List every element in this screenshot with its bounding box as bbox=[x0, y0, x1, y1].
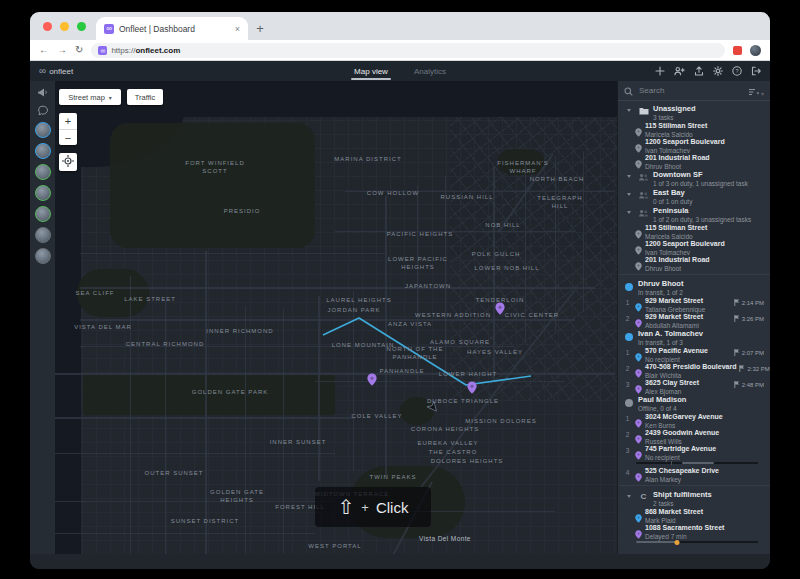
map-canvas[interactable]: FORT WINFIELD SCOTTPRESIDIOMARINA DISTRI… bbox=[55, 81, 617, 554]
section-header[interactable]: CShipt fulfilments2 tasks bbox=[618, 489, 770, 507]
tab-close-icon[interactable]: × bbox=[235, 24, 240, 34]
back-icon[interactable]: ← bbox=[39, 45, 49, 55]
settings-icon[interactable] bbox=[713, 66, 723, 76]
export-icon[interactable] bbox=[694, 66, 704, 76]
close-window-button[interactable] bbox=[43, 22, 52, 31]
traffic-toggle-button[interactable]: Traffic bbox=[127, 89, 163, 105]
add-icon[interactable] bbox=[655, 66, 665, 76]
map-label: POLK GULCH bbox=[472, 250, 521, 258]
task-row[interactable]: 4525 Chesapeake DriveAlan Markey bbox=[618, 466, 770, 482]
chat-icon[interactable] bbox=[37, 104, 49, 117]
task-eta: 2:48 PM bbox=[734, 381, 764, 388]
browser-urlbar: ← → ↻ ∞ https://onfleet.com bbox=[30, 40, 770, 61]
task-map-pin[interactable] bbox=[367, 372, 377, 390]
map-label: WESTERN ADDITION bbox=[415, 311, 491, 319]
url-field[interactable]: ∞ https://onfleet.com bbox=[91, 43, 725, 58]
tab-map-view[interactable]: Map view bbox=[351, 61, 391, 81]
forward-icon[interactable]: → bbox=[57, 45, 67, 55]
map-label: CENTRAL RICHMOND bbox=[126, 340, 204, 348]
task-row[interactable]: 201 Industrial RoadDhruv Bhoot bbox=[618, 255, 770, 271]
task-row[interactable]: 1929 Market StreetTatiana Grebennique2:1… bbox=[618, 296, 770, 312]
task-map-pin[interactable] bbox=[467, 380, 477, 398]
new-tab-button[interactable]: + bbox=[248, 17, 272, 40]
section-name: Peninsula bbox=[653, 207, 751, 215]
map-label: NORTH OF THE PANHANDLE bbox=[375, 345, 455, 362]
browser-tab[interactable]: ∞ Onfleet | Dashboard × bbox=[96, 17, 248, 40]
driver-row[interactable]: Dhruv BhootIn transit, 1 of 2 bbox=[618, 278, 770, 296]
section-header[interactable]: East Bay0 of 1 on duty bbox=[618, 187, 770, 205]
driver-avatar-4[interactable] bbox=[35, 185, 51, 201]
map-style-button[interactable]: Street map▾ bbox=[59, 89, 121, 105]
task-row[interactable]: 2470-508 Presidio BoulevardBlair Wichita… bbox=[618, 362, 770, 378]
map-label: WEST PORTAL bbox=[308, 542, 361, 550]
task-row[interactable]: 868 Market StreetMark Plaid bbox=[618, 507, 770, 523]
url-text: https://onfleet.com bbox=[111, 46, 180, 55]
task-recipient: Dhruv Bhoot bbox=[645, 265, 710, 272]
task-number: 2 bbox=[623, 315, 632, 322]
sort-list-icon[interactable]: ▾ bbox=[748, 82, 764, 100]
locate-button[interactable] bbox=[59, 153, 77, 171]
task-number: 1 bbox=[623, 299, 632, 306]
search-input[interactable] bbox=[637, 85, 744, 96]
driver-row[interactable]: Paul MadisonOffline, 0 of 4 bbox=[618, 394, 770, 412]
sign-out-icon[interactable] bbox=[751, 66, 761, 76]
zoom-controls: + − bbox=[59, 113, 77, 145]
driver-avatar-5[interactable] bbox=[35, 206, 51, 222]
minimize-window-button[interactable] bbox=[60, 22, 69, 31]
megaphone-icon[interactable] bbox=[37, 86, 49, 99]
task-row[interactable]: 2929 Market StreetAbdullah Altamami3:26 … bbox=[618, 312, 770, 328]
task-address: 115 Stillman Street bbox=[645, 224, 707, 232]
map-label: PANHANDLE bbox=[379, 367, 424, 375]
add-driver-icon[interactable] bbox=[674, 66, 685, 76]
map-label: ANZA VISTA bbox=[388, 320, 432, 328]
section-name: Downtown SF bbox=[653, 171, 748, 179]
section-header[interactable]: Unassigned3 tasks bbox=[618, 103, 770, 121]
task-row[interactable]: 115 Stillman StreetMaricela Salcido bbox=[618, 223, 770, 239]
map-label: SUNSET DISTRICT bbox=[171, 517, 240, 525]
extension-icon[interactable] bbox=[733, 46, 742, 55]
task-address: 525 Chesapeake Drive bbox=[645, 467, 719, 475]
map-label: MARINA DISTRICT bbox=[334, 155, 401, 163]
map-label: EUREKA VALLEY bbox=[417, 439, 478, 447]
section-status: 1 of 3 on duty, 1 unassigned task bbox=[653, 180, 748, 187]
expand-chevron-icon bbox=[623, 191, 634, 196]
driver-avatar-3[interactable] bbox=[35, 164, 51, 180]
driver-row[interactable]: Ivan A. TolmachevIn transit, 1 of 3 bbox=[618, 328, 770, 346]
task-eta: 2:07 PM bbox=[734, 349, 764, 356]
task-row[interactable]: 1200 Seaport BoulevardIvan Tolmachev bbox=[618, 137, 770, 153]
driver-avatar-7[interactable] bbox=[35, 248, 51, 264]
tab-analytics[interactable]: Analytics bbox=[411, 61, 449, 81]
task-row[interactable]: 1200 Seaport BoulevardIvan Tolmachev bbox=[618, 239, 770, 255]
map-label: INNER RICHMOND bbox=[206, 327, 273, 335]
map-label: Vista Del Monte bbox=[419, 534, 471, 543]
list-divider bbox=[618, 485, 770, 486]
driver-avatar-1[interactable] bbox=[35, 122, 51, 138]
driver-avatar-2[interactable] bbox=[35, 143, 51, 159]
task-row[interactable]: 22439 Goodwin AvenueRussell Wills bbox=[618, 428, 770, 444]
sidebar-search-row: ▾ bbox=[618, 81, 770, 101]
maximize-window-button[interactable] bbox=[77, 22, 86, 31]
task-row[interactable]: 201 Industrial RoadDhruv Bhoot bbox=[618, 153, 770, 169]
task-row[interactable]: 33625 Clay StreetAlex Bjoman2:48 PM bbox=[618, 378, 770, 394]
task-row[interactable]: 3745 Partridge AvenueNo recipient bbox=[618, 444, 770, 460]
task-row[interactable]: 13024 McGarvey AvenueKen Burns bbox=[618, 412, 770, 428]
topbar-actions: ? bbox=[655, 66, 761, 76]
help-icon[interactable]: ? bbox=[732, 66, 742, 76]
task-recipient: No recipient bbox=[645, 454, 716, 461]
onfleet-favicon: ∞ bbox=[104, 24, 114, 34]
search-icon bbox=[624, 82, 633, 100]
driver-avatar-6[interactable] bbox=[35, 227, 51, 243]
task-row[interactable]: 1088 Sacramento StreetDelayed 7 min bbox=[618, 523, 770, 539]
shift-key-icon: ⇧ bbox=[338, 497, 355, 517]
zoom-in-button[interactable]: + bbox=[59, 113, 77, 129]
task-row[interactable]: 115 Stillman StreetMaricela Salcido bbox=[618, 121, 770, 137]
browser-profile-avatar[interactable] bbox=[750, 45, 761, 56]
section-status: In transit, 1 of 3 bbox=[638, 339, 703, 346]
map-label: GOLDEN GATE HEIGHTS bbox=[197, 488, 277, 505]
reload-icon[interactable]: ↻ bbox=[75, 45, 83, 55]
task-recipient: Maricela Salcido bbox=[645, 131, 707, 138]
zoom-out-button[interactable]: − bbox=[59, 129, 77, 145]
section-header[interactable]: Peninsula1 of 2 on duty, 3 unassigned ta… bbox=[618, 205, 770, 223]
task-recipient: Blair Wichita bbox=[645, 372, 736, 379]
task-row[interactable]: 1570 Pacific AvenueNo recipient2:07 PM bbox=[618, 346, 770, 362]
